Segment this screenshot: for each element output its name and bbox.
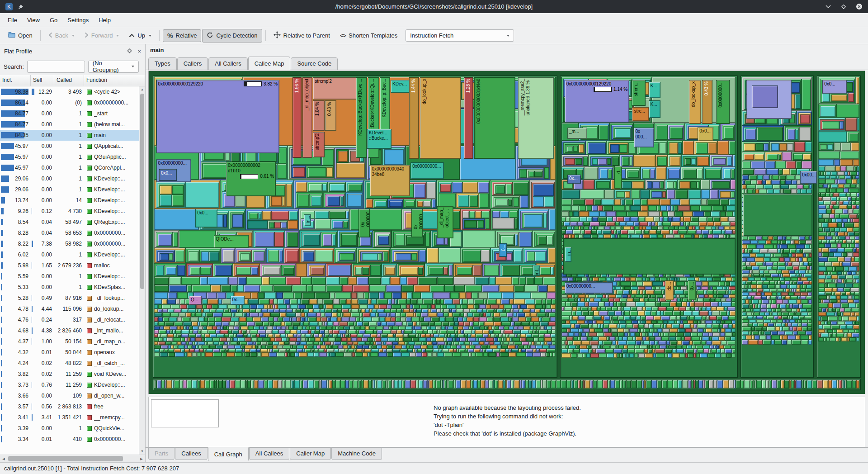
treemap-tile[interactable] [343, 313, 351, 317]
treemap-tile[interactable] [674, 205, 678, 211]
treemap-tile[interactable] [436, 380, 441, 389]
treemap-tile[interactable] [519, 277, 526, 285]
treemap-tile[interactable] [511, 380, 514, 389]
treemap-tile[interactable] [475, 211, 481, 218]
treemap-tile[interactable] [317, 345, 321, 349]
treemap-tile[interactable] [422, 352, 427, 357]
treemap-tile[interactable] [444, 285, 454, 292]
treemap-tile[interactable] [826, 266, 833, 271]
treemap-tile[interactable] [625, 199, 633, 205]
treemap-tile[interactable] [684, 332, 691, 337]
treemap-tile[interactable] [802, 319, 808, 323]
treemap-tile[interactable] [168, 352, 175, 357]
treemap-tile[interactable] [156, 182, 185, 208]
treemap-tile[interactable] [611, 328, 618, 332]
treemap-tile[interactable] [301, 299, 309, 304]
treemap-tile[interactable] [856, 303, 859, 308]
treemap-tile[interactable] [534, 171, 542, 177]
treemap-tile[interactable] [444, 299, 453, 304]
treemap-tile[interactable] [678, 380, 682, 389]
treemap-tile[interactable] [538, 265, 555, 276]
treemap-tile[interactable] [664, 311, 673, 316]
treemap-tile[interactable] [838, 179, 846, 184]
treemap-tile[interactable] [673, 380, 678, 389]
treemap-tile[interactable] [615, 337, 618, 341]
treemap-tile[interactable] [818, 308, 822, 312]
treemap-tile[interactable] [542, 345, 549, 349]
treemap-tile[interactable] [400, 349, 407, 352]
treemap-tile[interactable] [826, 175, 830, 179]
treemap-tile[interactable] [333, 299, 340, 304]
treemap-tile[interactable] [288, 326, 293, 330]
treemap-tile[interactable] [175, 250, 184, 262]
treemap-tile[interactable] [658, 222, 662, 226]
treemap-tile[interactable] [309, 184, 322, 191]
treemap-tile[interactable] [522, 341, 529, 345]
treemap-tile[interactable] [825, 166, 835, 171]
treemap-tile[interactable] [401, 304, 406, 309]
treemap-tile[interactable] [327, 196, 340, 206]
treemap-tile[interactable] [627, 171, 639, 178]
treemap-tile[interactable] [670, 328, 678, 332]
treemap-tile[interactable] [158, 341, 165, 345]
treemap-tile[interactable] [217, 326, 221, 330]
treemap-tile[interactable] [565, 158, 575, 165]
treemap-tile[interactable] [851, 262, 859, 266]
treemap-tile[interactable] [181, 277, 200, 285]
treemap-tile[interactable] [604, 320, 610, 324]
treemap-tile[interactable] [682, 341, 689, 345]
treemap-tile[interactable] [399, 337, 403, 341]
treemap-tile[interactable] [855, 329, 859, 333]
treemap-tile[interactable] [840, 308, 844, 312]
treemap-tile[interactable] [336, 163, 365, 178]
treemap-tile[interactable] [717, 380, 723, 389]
treemap-tile[interactable] [757, 284, 762, 289]
treemap-tile[interactable] [489, 341, 494, 345]
treemap-tile[interactable] [783, 169, 790, 175]
treemap-tile[interactable] [729, 294, 736, 298]
treemap-tile[interactable] [764, 270, 769, 274]
treemap-tile[interactable] [362, 337, 368, 341]
treemap-tile[interactable] [187, 285, 192, 292]
treemap-tile[interactable] [379, 317, 385, 322]
treemap-tile[interactable] [471, 334, 476, 337]
treemap-tile[interactable] [292, 322, 300, 326]
treemap-tile[interactable] [793, 281, 797, 284]
treemap-tile[interactable] [485, 218, 490, 229]
treemap-tile[interactable] [160, 326, 164, 330]
treemap-tile[interactable] [208, 299, 218, 304]
treemap-tile[interactable] [488, 326, 492, 330]
treemap-tile[interactable] [154, 277, 169, 285]
treemap-tile[interactable] [746, 185, 756, 189]
treemap-tile[interactable] [797, 284, 800, 289]
treemap-tile[interactable] [364, 349, 371, 352]
treemap-tile[interactable] [793, 327, 797, 331]
treemap-tile[interactable] [421, 326, 427, 330]
treemap-tile[interactable] [443, 309, 449, 313]
treemap-tile[interactable] [365, 309, 369, 313]
treemap-tile[interactable] [308, 317, 316, 322]
treemap-tile[interactable] [174, 334, 177, 337]
treemap-tile[interactable] [348, 349, 354, 352]
treemap-tile[interactable] [676, 345, 682, 349]
treemap-tile[interactable] [818, 236, 825, 240]
treemap-tile[interactable] [491, 304, 499, 309]
treemap-tile[interactable] [494, 313, 500, 317]
treemap-tile[interactable] [391, 309, 396, 313]
treemap-tile[interactable] [283, 267, 294, 275]
treemap-tile[interactable] [514, 218, 518, 229]
treemap-tile[interactable] [832, 288, 837, 292]
treemap-tile[interactable] [498, 380, 503, 389]
treemap-tile[interactable] [651, 380, 657, 389]
treemap-tile[interactable] [547, 285, 556, 292]
treemap-tile[interactable] [731, 302, 736, 307]
treemap-tile[interactable] [533, 352, 541, 357]
treemap-tile[interactable] [547, 380, 551, 389]
treemap-tile[interactable] [690, 302, 694, 307]
treemap-tile[interactable] [425, 349, 433, 352]
treemap-tile[interactable] [544, 337, 552, 341]
treemap-tile[interactable] [365, 326, 369, 330]
treemap-tile[interactable] [378, 352, 387, 357]
treemap-tile[interactable] [511, 322, 514, 326]
treemap-tile[interactable] [746, 312, 752, 316]
